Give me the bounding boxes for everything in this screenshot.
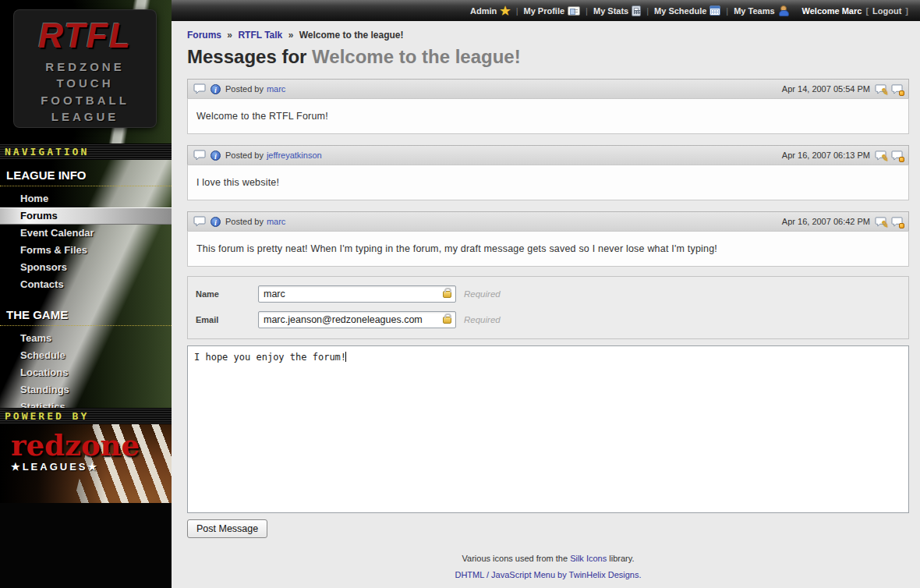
name-label: Name	[196, 289, 258, 299]
message-post: i Posted by marc Apr 16, 2007 06:42 PM ✎…	[187, 211, 909, 267]
star-icon: ★	[500, 5, 510, 16]
page-title: Messages for Welcome to the league!	[187, 46, 909, 68]
email-required-label: Required	[464, 315, 501, 324]
comment-edit-icon[interactable]: ✎	[875, 84, 886, 94]
league-acronym: RTFL	[14, 16, 156, 55]
author-link[interactable]: jeffreyatkinson	[267, 151, 322, 160]
sidebar-filler	[0, 503, 172, 588]
reply-form-panel: Name Required Email Required	[187, 276, 909, 339]
posted-by-label: Posted by	[225, 84, 264, 94]
sidebar-item-event-calendar[interactable]: Event Calendar	[0, 225, 172, 242]
comment-icon	[193, 216, 206, 227]
redzone-logo-text: redzone	[11, 432, 140, 459]
posted-by-label: Posted by	[225, 217, 264, 226]
dhtml-menu-link[interactable]: DHTML / JavaScript Menu	[455, 570, 555, 579]
powered-by-header: POWERED BY	[0, 408, 172, 424]
calculator-icon	[632, 5, 641, 16]
topbar-item-my-stats[interactable]: My Stats	[593, 5, 641, 16]
message-post: i Posted by jeffreyatkinson Apr 16, 2007…	[187, 145, 909, 200]
sidebar-item-forms-files[interactable]: Forms & Files	[0, 242, 172, 259]
topbar-separator: |	[726, 6, 728, 16]
person-icon	[778, 5, 788, 16]
twinhelix-link[interactable]: TwinHelix Designs	[569, 570, 639, 579]
calendar-icon	[709, 5, 720, 16]
info-icon[interactable]: i	[211, 151, 221, 161]
message-header: i Posted by marc Apr 16, 2007 06:42 PM ✎	[187, 211, 909, 232]
section-title-league-info: LEAGUE INFO	[0, 163, 172, 186]
post-message-button[interactable]: Post Message	[187, 519, 267, 538]
topbar-item-my-schedule[interactable]: My Schedule	[654, 5, 720, 16]
posted-by-label: Posted by	[225, 151, 264, 160]
message-body: Welcome to the RTFL Forum!	[187, 98, 909, 134]
footer-line-icons: Various icons used from the Silk Icons l…	[187, 551, 909, 567]
comment-icon	[193, 83, 206, 94]
section-the-game: THE GAME Teams Schedule Locations Standi…	[0, 303, 172, 417]
name-field[interactable]	[258, 285, 456, 303]
league-logo-area: RTFL REDZONE TOUCH FOOTBALL LEAGUE	[0, 0, 172, 143]
message-date: Apr 14, 2007 05:54 PM	[782, 84, 870, 94]
info-icon[interactable]: i	[211, 84, 221, 94]
vcard-icon	[568, 6, 580, 16]
email-row: Email Required	[196, 311, 901, 328]
comment-lock-icon[interactable]	[891, 151, 903, 161]
sidebar-item-forums[interactable]: Forums	[0, 207, 172, 225]
comment-edit-icon[interactable]: ✎	[875, 151, 886, 161]
breadcrumb: Forums » RTFL Talk » Welcome to the leag…	[187, 30, 909, 41]
welcome-text: Welcome Marc	[802, 6, 862, 16]
topbar-item-my-teams[interactable]: My Teams	[734, 5, 787, 16]
breadcrumb-rtfl-talk-link[interactable]: RTFL Talk	[238, 30, 282, 41]
content: Forums » RTFL Talk » Welcome to the leag…	[172, 21, 920, 584]
topbar-separator: |	[646, 6, 649, 16]
sidebar-item-teams[interactable]: Teams	[0, 330, 172, 347]
message-editor-wrap: I hope you enjoy the forum!	[187, 345, 909, 513]
message-date: Apr 16, 2007 06:42 PM	[782, 217, 870, 226]
author-link[interactable]: marc	[267, 84, 285, 94]
redzone-leagues-logo[interactable]: redzone ★LEAGUES★	[11, 432, 140, 473]
sidebar-item-locations[interactable]: Locations	[0, 364, 172, 381]
logout-link[interactable]: Logout	[872, 6, 901, 16]
topbar-item-admin[interactable]: Admin ★	[470, 5, 511, 16]
league-name: REDZONE TOUCH FOOTBALL LEAGUE	[14, 58, 156, 125]
topbar-separator: |	[516, 6, 518, 16]
league-logo: RTFL REDZONE TOUCH FOOTBALL LEAGUE	[14, 10, 156, 127]
message-body: I love this website!	[187, 165, 909, 200]
page-title-topic: Welcome to the league!	[312, 46, 521, 67]
text-caret	[345, 352, 346, 362]
breadcrumb-current: Welcome to the league!	[299, 30, 404, 41]
sidebar: RTFL REDZONE TOUCH FOOTBALL LEAGUE NAVIG…	[0, 0, 172, 588]
email-field[interactable]	[258, 311, 456, 328]
footer-line-menu: DHTML / JavaScript Menu by TwinHelix Des…	[187, 567, 909, 583]
section-league-info: LEAGUE INFO Home Forums Event Calendar F…	[0, 163, 172, 295]
redzone-leagues-text: ★LEAGUES★	[11, 461, 140, 473]
lock-icon	[443, 317, 451, 324]
breadcrumb-forums-link[interactable]: Forums	[187, 30, 221, 41]
football-photo: redzone ★LEAGUES★	[0, 424, 172, 503]
topbar: Admin ★ | My Profile | My Stats | My Sch…	[172, 0, 920, 21]
comment-lock-icon[interactable]	[891, 217, 903, 227]
section-title-the-game: THE GAME	[0, 303, 172, 326]
message-textarea[interactable]: I hope you enjoy the forum!	[187, 345, 909, 513]
message-header: i Posted by jeffreyatkinson Apr 16, 2007…	[187, 145, 909, 165]
name-row: Name Required	[196, 285, 901, 303]
author-link[interactable]: marc	[267, 217, 285, 226]
name-required-label: Required	[464, 289, 501, 299]
comment-icon	[193, 150, 206, 161]
sidebar-item-contacts[interactable]: Contacts	[0, 276, 172, 293]
topbar-item-my-profile[interactable]: My Profile	[524, 6, 581, 16]
lock-icon	[443, 291, 451, 298]
navigation-header: NAVIGATION	[0, 143, 172, 160]
sidebar-nav: LEAGUE INFO Home Forums Event Calendar F…	[0, 160, 172, 408]
topbar-separator: |	[586, 6, 588, 16]
comment-edit-icon[interactable]: ✎	[875, 217, 886, 227]
comment-lock-icon[interactable]	[891, 84, 903, 94]
silk-icons-link[interactable]: Silk Icons	[570, 554, 607, 563]
footer: Various icons used from the Silk Icons l…	[187, 551, 909, 584]
message-header: i Posted by marc Apr 14, 2007 05:54 PM ✎	[187, 79, 909, 99]
info-icon[interactable]: i	[211, 217, 221, 227]
sidebar-item-sponsors[interactable]: Sponsors	[0, 259, 172, 276]
sidebar-item-schedule[interactable]: Schedule	[0, 347, 172, 364]
message-date: Apr 16, 2007 06:13 PM	[782, 151, 870, 160]
main-area: Admin ★ | My Profile | My Stats | My Sch…	[172, 0, 920, 588]
sidebar-item-standings[interactable]: Standings	[0, 381, 172, 398]
sidebar-item-home[interactable]: Home	[0, 190, 172, 207]
